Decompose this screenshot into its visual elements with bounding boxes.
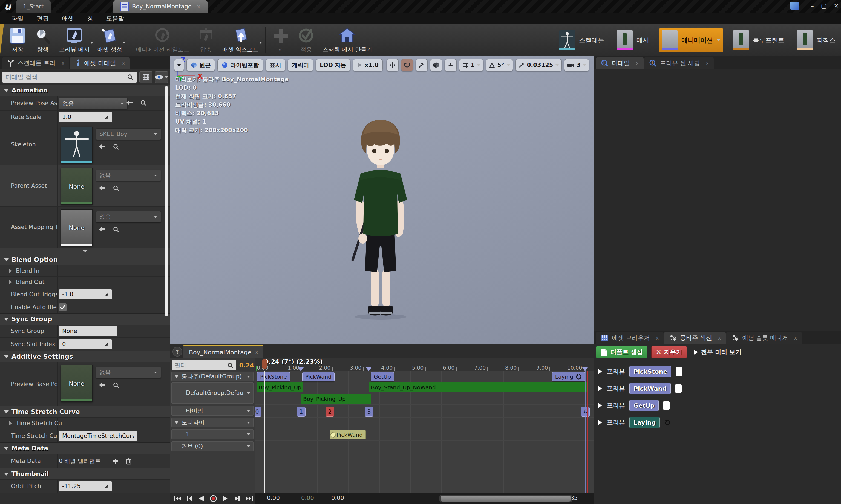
chevron-down-icon[interactable] bbox=[247, 421, 250, 424]
playback-speed-button[interactable]: x1.0 bbox=[353, 59, 383, 71]
menu-도움말[interactable]: 도움말 bbox=[100, 13, 130, 24]
tab-프리뷰 씬 세팅[interactable]: i프리뷰 씬 세팅x bbox=[644, 57, 714, 69]
spinner-handle-icon[interactable] bbox=[104, 484, 109, 488]
show-button[interactable]: 표시 bbox=[265, 59, 285, 71]
preview-viewport[interactable]: 원근라이팅포함표시캐릭터LOD 자동x1.0 15°0.031253 미리보기:… bbox=[170, 56, 594, 344]
timeline-ruler[interactable]: 0.24 (7*) (2.23%)0.001.002.003.004.005.0… bbox=[255, 358, 594, 371]
record-button[interactable] bbox=[209, 494, 218, 503]
timeline-track-area[interactable]: PickStonePickWandGetUpLayingBoy_Picking_… bbox=[255, 371, 594, 493]
details-expander-button[interactable] bbox=[0, 248, 170, 254]
asset-combo[interactable]: 없음 bbox=[96, 170, 161, 181]
close-button[interactable]: ✕ bbox=[834, 2, 839, 9]
move-tool-button[interactable] bbox=[387, 59, 399, 71]
expand-arrow-icon[interactable] bbox=[9, 269, 12, 273]
mode-mesh-button[interactable]: 메시 bbox=[614, 28, 652, 52]
section-marker-icon[interactable] bbox=[298, 367, 303, 371]
play-section-icon[interactable] bbox=[598, 420, 602, 425]
numeric-input[interactable]: -1.0 bbox=[59, 289, 112, 299]
tab-close-icon[interactable]: x bbox=[718, 335, 721, 341]
view-options-button[interactable] bbox=[155, 71, 168, 83]
section-chip-pickwand[interactable]: PickWand bbox=[629, 383, 671, 394]
tab-몽타주 섹션[interactable]: 몽타주 섹션x bbox=[664, 332, 726, 344]
export-asset-button[interactable]: 애셋 익스포트 bbox=[218, 26, 263, 54]
tab-close-icon[interactable]: x bbox=[122, 60, 125, 66]
section-chip-getup[interactable]: GetUp bbox=[371, 372, 394, 381]
loop-icon[interactable] bbox=[664, 419, 671, 426]
asset-thumbnail[interactable]: None bbox=[61, 365, 92, 402]
back-arrow-icon[interactable] bbox=[99, 226, 106, 233]
section-chip-pickstone[interactable]: PickStone bbox=[257, 372, 290, 381]
make-static-mesh-button[interactable]: 스태틱 메시 만들기 bbox=[319, 26, 376, 54]
track-label-0[interactable]: 몽타주(DefaultGroup) bbox=[171, 372, 253, 381]
checkbox-input[interactable] bbox=[59, 303, 67, 311]
expand-triangle-icon[interactable] bbox=[174, 375, 179, 378]
back-arrow-icon[interactable] bbox=[126, 100, 133, 107]
notify-pickwand[interactable]: PickWand bbox=[330, 430, 366, 439]
view-mode-button[interactable]: 라이팅포함 bbox=[217, 59, 263, 71]
play-section-icon[interactable] bbox=[598, 386, 602, 391]
timing-marker-0[interactable]: 0 bbox=[255, 407, 261, 417]
tab-애셋 브라우저[interactable]: 애셋 브라우저x bbox=[596, 332, 664, 344]
numeric-input[interactable]: -11.25 bbox=[59, 481, 112, 491]
section-header-animation[interactable]: Animation bbox=[0, 85, 170, 96]
tab-close-icon[interactable]: x bbox=[62, 60, 64, 66]
anim-segment-boy_picking_up[interactable]: Boy_Picking_Up bbox=[257, 382, 303, 392]
section-marker-icon[interactable] bbox=[582, 367, 588, 371]
time-readout-1[interactable]: 0.00 bbox=[301, 495, 314, 502]
back-arrow-icon[interactable] bbox=[99, 382, 106, 389]
section-header-sync-group[interactable]: Sync Group bbox=[0, 313, 170, 324]
chevron-down-icon[interactable] bbox=[247, 433, 250, 436]
document-tab-1_start[interactable]: 1_Start bbox=[16, 0, 51, 13]
grid-snap-button[interactable]: 1 bbox=[459, 59, 484, 71]
next-section-toggle[interactable] bbox=[675, 384, 682, 393]
track-label-3[interactable]: 노티파이 bbox=[171, 418, 253, 427]
asset-thumbnail[interactable] bbox=[61, 127, 92, 163]
play-button[interactable] bbox=[221, 494, 230, 503]
section-chip-pickstone[interactable]: PickStone bbox=[629, 366, 671, 377]
minimize-button[interactable]: – bbox=[811, 2, 814, 9]
details-search-input[interactable]: 디테일 검색 bbox=[2, 72, 137, 83]
browse-icon[interactable] bbox=[140, 100, 147, 107]
expand-arrow-icon[interactable] bbox=[9, 421, 12, 426]
section-header-additive-settings[interactable]: Additive Settings bbox=[0, 351, 170, 362]
document-tab-boy_normalmontage[interactable]: Boy_NormalMontagex bbox=[113, 0, 208, 13]
chevron-down-icon[interactable] bbox=[247, 375, 250, 378]
anim-segment-boy_stand_up_nowand[interactable]: Boy_Stand_Up_NoWand bbox=[369, 382, 587, 392]
next-section-toggle[interactable] bbox=[676, 367, 682, 376]
menu-편집[interactable]: 편집 bbox=[31, 13, 55, 24]
section-chip-getup[interactable]: GetUp bbox=[629, 400, 659, 411]
next-section-toggle[interactable] bbox=[663, 401, 670, 410]
time-readout-2[interactable]: 0.00 bbox=[331, 495, 344, 502]
to-end-button[interactable] bbox=[245, 494, 255, 503]
track-label-1[interactable]: DefaultGroup.Defau bbox=[171, 382, 253, 403]
asset-combo[interactable]: SKEL_Boy bbox=[96, 128, 161, 140]
tab-close-icon[interactable]: x bbox=[255, 349, 258, 355]
mode-blueprint-button[interactable]: 블루프린트 bbox=[731, 28, 787, 52]
view-options-button[interactable] bbox=[174, 59, 184, 71]
step-back-button[interactable] bbox=[185, 494, 194, 503]
playhead-line[interactable] bbox=[264, 371, 265, 493]
tab-close-icon[interactable]: x bbox=[197, 3, 200, 10]
perspective-button[interactable]: 원근 bbox=[187, 59, 215, 71]
mode-animation-button[interactable]: 애니메이션 bbox=[659, 28, 723, 52]
section-chip-laying[interactable]: Laying bbox=[629, 417, 660, 428]
section-header-time-stretch-curve[interactable]: Time Stretch Curve bbox=[0, 406, 170, 417]
scale-tool-button[interactable] bbox=[416, 59, 427, 71]
step-forward-button[interactable] bbox=[233, 494, 243, 503]
surface-snap-button[interactable] bbox=[444, 59, 457, 71]
back-arrow-icon[interactable] bbox=[99, 185, 106, 192]
tab-디테일[interactable]: i디테일x bbox=[596, 57, 644, 69]
lod-auto-button[interactable]: LOD 자동 bbox=[316, 59, 350, 71]
track-label-4[interactable]: 1 bbox=[171, 429, 253, 439]
play-section-icon[interactable] bbox=[598, 369, 602, 374]
text-input[interactable]: MontageTimeStretchCurve bbox=[59, 431, 137, 441]
preview-character[interactable] bbox=[344, 118, 418, 322]
angle-snap-button[interactable]: 5° bbox=[486, 59, 513, 71]
maximize-button[interactable]: ▢ bbox=[821, 2, 827, 9]
asset-thumbnail[interactable]: None bbox=[61, 168, 92, 205]
find-in-browser-button[interactable]: 탐색 bbox=[30, 26, 55, 54]
tab-close-icon[interactable]: x bbox=[656, 335, 659, 341]
asset-thumbnail[interactable]: None bbox=[61, 209, 92, 246]
time-readout-0[interactable]: 0.00 bbox=[267, 495, 280, 502]
menu-애셋[interactable]: 애셋 bbox=[56, 13, 80, 24]
